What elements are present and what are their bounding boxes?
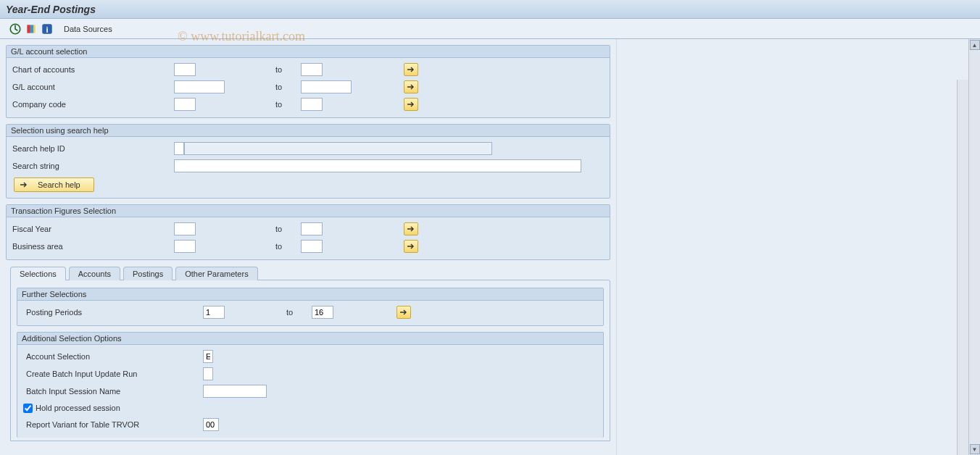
tab-accounts[interactable]: Accounts — [69, 267, 120, 280]
business-area-label: Business area — [11, 242, 174, 251]
business-area-to-input[interactable] — [301, 240, 323, 253]
fiscal-year-label: Fiscal Year — [11, 225, 174, 233]
batch-session-input[interactable] — [203, 385, 267, 398]
search-help-id-label: Search help ID — [11, 144, 174, 153]
group-title: Further Selections — [17, 288, 603, 301]
search-help-button[interactable]: Search help — [14, 178, 94, 192]
multiple-selection-button[interactable] — [404, 98, 418, 111]
scroll-down-icon[interactable]: ▼ — [970, 444, 980, 454]
posting-periods-from-input[interactable] — [203, 306, 225, 319]
tab-other-parameters[interactable]: Other Parameters — [175, 267, 257, 280]
execute-icon[interactable] — [9, 22, 22, 36]
fiscal-year-to-input[interactable] — [301, 222, 323, 235]
gl-account-label: G/L account — [11, 83, 174, 91]
multiple-selection-button[interactable] — [396, 306, 411, 319]
svg-rect-3 — [33, 25, 35, 33]
create-batch-label: Create Batch Input Update Run — [22, 370, 203, 378]
to-label: to — [286, 308, 312, 317]
tab-selections[interactable]: Selections — [10, 267, 66, 280]
posting-periods-to-input[interactable] — [312, 306, 333, 319]
group-title: Additional Selection Options — [17, 333, 603, 345]
additional-selection-group: Additional Selection Options Account Sel… — [17, 332, 604, 438]
to-label: to — [275, 100, 301, 109]
title-bar: Year-End Postings — [0, 0, 980, 19]
multiple-selection-button[interactable] — [404, 80, 418, 93]
business-area-from-input[interactable] — [174, 240, 196, 253]
group-title: Transaction Figures Selection — [7, 205, 610, 217]
posting-periods-label: Posting Periods — [22, 308, 203, 317]
search-help-id-short-input[interactable] — [174, 142, 184, 155]
search-string-input[interactable] — [174, 159, 581, 172]
information-icon[interactable]: i — [41, 22, 54, 36]
report-variant-label: Report Variant for Table TRVOR — [22, 420, 203, 429]
group-title: G/L account selection — [7, 46, 610, 58]
to-label: to — [275, 65, 301, 74]
multiple-selection-button[interactable] — [404, 63, 418, 76]
search-help-button-label: Search help — [38, 180, 80, 189]
scroll-up-icon[interactable]: ▲ — [970, 40, 980, 50]
tab-panel-selections: Further Selections Posting Periods to Ad… — [10, 280, 610, 441]
chart-of-accounts-label: Chart of accounts — [11, 65, 174, 74]
arrow-right-icon — [19, 180, 29, 190]
svg-rect-2 — [30, 25, 34, 33]
data-sources-label[interactable]: Data Sources — [64, 25, 112, 33]
to-label: to — [275, 83, 301, 91]
search-string-label: Search string — [11, 162, 174, 170]
to-label: to — [275, 225, 301, 233]
search-help-group: Selection using search help Search help … — [6, 124, 610, 199]
gl-account-to-input[interactable] — [301, 80, 352, 93]
hold-processed-label: Hold processed session — [36, 404, 120, 412]
account-selection-input[interactable] — [203, 350, 213, 363]
variant-icon[interactable] — [25, 22, 38, 36]
to-label: to — [275, 242, 301, 251]
tab-postings[interactable]: Postings — [123, 267, 173, 280]
right-blank-pane — [616, 39, 980, 455]
inner-vertical-scrollbar[interactable] — [957, 80, 968, 455]
chart-of-accounts-from-input[interactable] — [174, 63, 196, 76]
multiple-selection-button[interactable] — [404, 240, 418, 253]
main-area: G/L account selection Chart of accounts … — [0, 39, 616, 455]
company-code-label: Company code — [11, 100, 174, 109]
group-title: Selection using search help — [7, 125, 610, 137]
batch-session-label: Batch Input Session Name — [22, 387, 203, 396]
hold-processed-checkbox[interactable] — [23, 404, 33, 413]
gl-account-selection-group: G/L account selection Chart of accounts … — [6, 45, 610, 118]
multiple-selection-button[interactable] — [404, 222, 418, 235]
vertical-scrollbar[interactable]: ▲ ▼ — [968, 39, 980, 455]
further-selections-group: Further Selections Posting Periods to — [17, 288, 604, 326]
svg-rect-1 — [27, 25, 30, 33]
create-batch-input[interactable] — [203, 367, 213, 380]
company-code-from-input[interactable] — [174, 98, 196, 111]
transaction-figures-group: Transaction Figures Selection Fiscal Yea… — [6, 204, 610, 260]
company-code-to-input[interactable] — [301, 98, 323, 111]
tab-strip: Selections Accounts Postings Other Param… — [10, 266, 610, 280]
search-help-id-input[interactable] — [184, 142, 492, 155]
svg-text:i: i — [46, 25, 48, 33]
toolbar: i Data Sources — [0, 19, 980, 39]
report-variant-input[interactable] — [203, 418, 219, 431]
page-title: Year-End Postings — [6, 4, 96, 15]
chart-of-accounts-to-input[interactable] — [301, 63, 323, 76]
fiscal-year-from-input[interactable] — [174, 222, 196, 235]
account-selection-label: Account Selection — [22, 352, 203, 361]
gl-account-from-input[interactable] — [174, 80, 225, 93]
